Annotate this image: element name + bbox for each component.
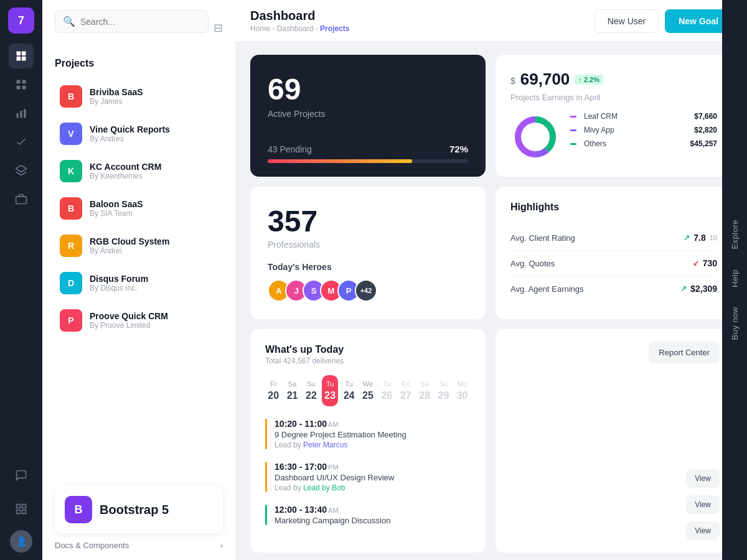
- day-num: 30: [457, 390, 468, 401]
- svg-rect-2: [17, 57, 21, 61]
- event-line: [265, 505, 267, 525]
- docs-count: ›: [220, 541, 223, 550]
- highlight-value: ↙ 730: [693, 258, 717, 268]
- view-button-3[interactable]: View: [686, 521, 720, 540]
- pending-label: 43 Pending: [268, 144, 312, 154]
- search-input[interactable]: [80, 17, 200, 27]
- trend-icon: ↙: [693, 259, 699, 268]
- professionals-number: 357: [268, 204, 468, 238]
- report-center-button[interactable]: Report Center: [649, 342, 720, 363]
- nav-icon-chart[interactable]: [9, 101, 34, 126]
- project-item-disqus[interactable]: D Disqus Forum By Disqus Inc.: [55, 266, 223, 301]
- project-item-rgb[interactable]: R RGB Cloud System By Andrei: [55, 228, 223, 263]
- earnings-top: $ 69,700 ↑ 2.2%: [510, 70, 717, 89]
- cal-day-23[interactable]: Tu 23: [322, 375, 338, 406]
- content-grid: 69 Active Projects 43 Pending 72% $ 69,7…: [235, 42, 747, 560]
- cal-day-28[interactable]: Sa 28: [416, 375, 433, 406]
- legend-item-Others: Others $45,257: [570, 139, 717, 148]
- project-item-baloon[interactable]: B Baloon SaaS By SIA Team: [55, 191, 223, 226]
- day-name: Su: [438, 380, 449, 388]
- day-name: Mo: [457, 380, 468, 388]
- whatsup-subtitle: Total 424,567 deliveries: [265, 357, 471, 365]
- project-item-vine[interactable]: V Vine Quick Reports By Andres: [55, 116, 223, 151]
- day-name: Fri: [400, 380, 411, 388]
- active-projects-card: 69 Active Projects 43 Pending 72%: [250, 55, 486, 177]
- breadcrumb-dashboard[interactable]: Dashboard: [277, 24, 314, 33]
- project-by-briviba: By James: [90, 97, 143, 106]
- event-line: [265, 462, 267, 492]
- project-item-proove[interactable]: P Proove Quick CRM By Proove Limited: [55, 303, 223, 338]
- project-item-kc[interactable]: K KC Account CRM By Keenthemes: [55, 154, 223, 189]
- active-projects-label: Active Projects: [268, 109, 468, 119]
- bootstrap-icon: B: [65, 496, 92, 523]
- project-name-proove: Proove Quick CRM: [90, 311, 168, 321]
- buy-now-btn[interactable]: Buy now: [725, 297, 745, 350]
- cal-day-27[interactable]: Fri 27: [398, 375, 414, 406]
- heroes-title: Today's Heroes: [268, 262, 468, 272]
- legend-name: Leaf CRM: [570, 112, 618, 121]
- right-panel-card: Report Center View View View: [496, 329, 732, 553]
- cal-day-25[interactable]: We 25: [360, 375, 376, 406]
- avatar-+42: +42: [355, 279, 377, 302]
- event-name: 9 Degree Project Estimation Meeting: [275, 430, 406, 439]
- day-num: 26: [381, 390, 392, 401]
- whatsup-card: What's up Today Total 424,567 deliveries…: [250, 329, 486, 553]
- nav-icon-check[interactable]: [9, 129, 34, 154]
- day-num: 21: [286, 390, 298, 401]
- legend-value: $45,257: [690, 139, 717, 148]
- svg-rect-4: [17, 80, 21, 84]
- cal-day-26[interactable]: Tu 26: [378, 375, 395, 406]
- cal-day-29[interactable]: Su 29: [435, 375, 451, 406]
- professionals-label: Professionals: [268, 240, 468, 250]
- project-info-disqus: Disqus Forum By Disqus Inc.: [90, 274, 148, 292]
- event-lead-link[interactable]: Lead by Bob: [303, 483, 345, 492]
- project-item-briviba[interactable]: B Briviba SaaS By James: [55, 79, 223, 114]
- day-name: Tu: [324, 380, 336, 388]
- nav-icon-grid[interactable]: [9, 72, 34, 97]
- new-user-button[interactable]: New User: [594, 9, 659, 33]
- cal-day-21[interactable]: Sa 21: [284, 375, 300, 406]
- bootstrap-card: B Bootstrap 5: [55, 486, 223, 533]
- view-button-2[interactable]: View: [686, 495, 720, 514]
- project-info-briviba: Briviba SaaS By James: [90, 87, 143, 106]
- project-by-baloon: By SIA Team: [90, 209, 143, 218]
- cal-day-22[interactable]: Su 22: [303, 375, 319, 406]
- donut-legend: Leaf CRM $7,660 Mivy App $2,820 Others $…: [570, 112, 717, 162]
- nav-icon-layers[interactable]: [9, 158, 34, 183]
- explore-btn[interactable]: Explore: [725, 210, 745, 259]
- help-btn[interactable]: Help: [725, 259, 745, 297]
- cal-day-20[interactable]: Fr 20: [265, 375, 281, 406]
- day-name: Tu: [381, 380, 392, 388]
- user-profile-avatar[interactable]: 👤: [10, 530, 32, 553]
- breadcrumb-active[interactable]: Projects: [320, 24, 349, 33]
- project-logo-proove: P: [60, 309, 82, 332]
- nav-icon-grid2[interactable]: [9, 497, 34, 521]
- day-num: 22: [306, 390, 317, 401]
- avatars-row: AJSMP+42: [268, 279, 468, 302]
- event-line: [265, 419, 267, 449]
- filter-button[interactable]: ⊟: [214, 21, 223, 35]
- percent-label: 72%: [449, 144, 468, 154]
- user-avatar-number[interactable]: 7: [8, 7, 34, 34]
- nav-icon-dashboard[interactable]: [9, 44, 34, 68]
- cal-day-24[interactable]: Tu 24: [341, 375, 357, 406]
- project-by-rgb: By Andrei: [90, 246, 169, 255]
- highlight-value: ↗ 7.8 10: [684, 233, 717, 243]
- svg-rect-15: [17, 510, 21, 514]
- highlight-label: Avg. Quotes: [510, 259, 555, 268]
- event-lead-link[interactable]: Peter Marcus: [303, 441, 347, 449]
- nav-icon-briefcase[interactable]: [9, 187, 34, 212]
- breadcrumb-home[interactable]: Home: [250, 24, 270, 33]
- svg-rect-8: [17, 113, 19, 118]
- cal-day-30[interactable]: Mo 30: [454, 375, 471, 406]
- earnings-amount: 69,700: [520, 70, 570, 89]
- nav-icon-message[interactable]: [9, 463, 34, 488]
- svg-rect-10: [24, 109, 26, 118]
- project-by-disqus: By Disqus Inc.: [90, 284, 148, 292]
- view-button-1[interactable]: View: [686, 469, 720, 488]
- legend-item-Leaf-CRM: Leaf CRM $7,660: [570, 112, 717, 121]
- event-lead: Lead by Peter Marcus: [275, 441, 406, 449]
- project-logo-baloon: B: [60, 197, 82, 220]
- project-name-vine: Vine Quick Reports: [90, 124, 170, 134]
- svg-rect-13: [17, 505, 21, 508]
